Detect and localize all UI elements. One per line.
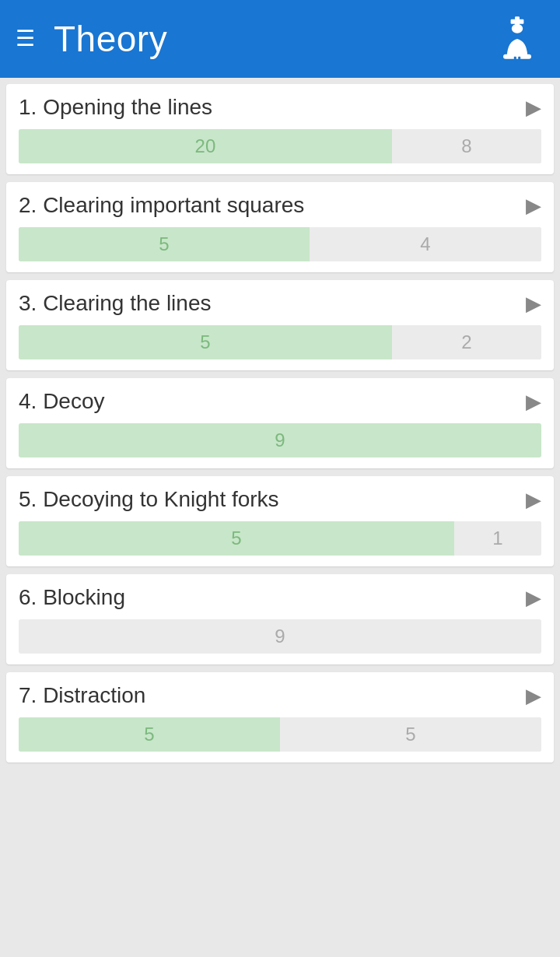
progress-bar-1: 208 xyxy=(19,129,541,163)
play-icon-5[interactable]: ▶ xyxy=(526,488,541,512)
progress-done-label-3: 5 xyxy=(19,331,392,353)
item-title-7: 7. Distraction xyxy=(19,683,145,708)
item-title-1: 1. Opening the lines xyxy=(19,95,212,120)
list-item-4[interactable]: 4. Decoy▶9 xyxy=(6,378,554,468)
progress-remaining-label-2: 4 xyxy=(310,227,541,261)
progress-bar-6: 9 xyxy=(19,619,541,654)
progress-done-4: 9 xyxy=(19,423,541,457)
item-title-2: 2. Clearing important squares xyxy=(19,193,304,218)
chess-logo xyxy=(490,12,544,66)
page-title: Theory xyxy=(54,18,167,60)
svg-rect-4 xyxy=(514,57,516,61)
list-item-5[interactable]: 5. Decoying to Knight forks▶51 xyxy=(6,476,554,566)
list-item-6[interactable]: 6. Blocking▶9 xyxy=(6,574,554,664)
progress-bar-7: 55 xyxy=(19,717,541,752)
menu-icon[interactable]: ☰ xyxy=(16,28,35,50)
play-icon-2[interactable]: ▶ xyxy=(526,194,541,218)
play-icon-6[interactable]: ▶ xyxy=(526,586,541,610)
progress-done-label-7: 5 xyxy=(19,724,280,745)
svg-point-2 xyxy=(512,24,523,33)
progress-done-label-2: 5 xyxy=(19,233,310,255)
play-icon-4[interactable]: ▶ xyxy=(526,390,541,414)
item-title-5: 5. Decoying to Knight forks xyxy=(19,487,279,512)
progress-bar-4: 9 xyxy=(19,423,541,457)
progress-remaining-label-3: 2 xyxy=(392,325,541,359)
play-icon-3[interactable]: ▶ xyxy=(526,292,541,316)
svg-rect-3 xyxy=(503,54,531,59)
progress-bar-2: 54 xyxy=(19,227,541,261)
list-item-3[interactable]: 3. Clearing the lines▶52 xyxy=(6,280,554,370)
progress-remaining-label-7: 5 xyxy=(280,717,541,752)
app-header: ☰ Theory xyxy=(0,0,560,78)
progress-bar-5: 51 xyxy=(19,521,541,556)
progress-remaining-6: 9 xyxy=(19,619,541,654)
svg-rect-1 xyxy=(511,19,524,24)
progress-remaining-label-1: 8 xyxy=(392,129,541,163)
item-title-4: 4. Decoy xyxy=(19,389,105,414)
progress-bar-3: 52 xyxy=(19,325,541,359)
play-icon-1[interactable]: ▶ xyxy=(526,96,541,120)
progress-done-label-5: 5 xyxy=(19,528,454,549)
progress-done-label-1: 20 xyxy=(19,135,392,157)
progress-remaining-label-5: 1 xyxy=(454,521,541,556)
list-item-7[interactable]: 7. Distraction▶55 xyxy=(6,672,554,762)
theory-list: 1. Opening the lines▶2082. Clearing impo… xyxy=(0,78,560,769)
list-item-2[interactable]: 2. Clearing important squares▶54 xyxy=(6,182,554,272)
list-item-1[interactable]: 1. Opening the lines▶208 xyxy=(6,84,554,174)
play-icon-7[interactable]: ▶ xyxy=(526,684,541,708)
item-title-6: 6. Blocking xyxy=(19,585,125,610)
item-title-3: 3. Clearing the lines xyxy=(19,291,211,316)
svg-rect-5 xyxy=(518,57,520,61)
